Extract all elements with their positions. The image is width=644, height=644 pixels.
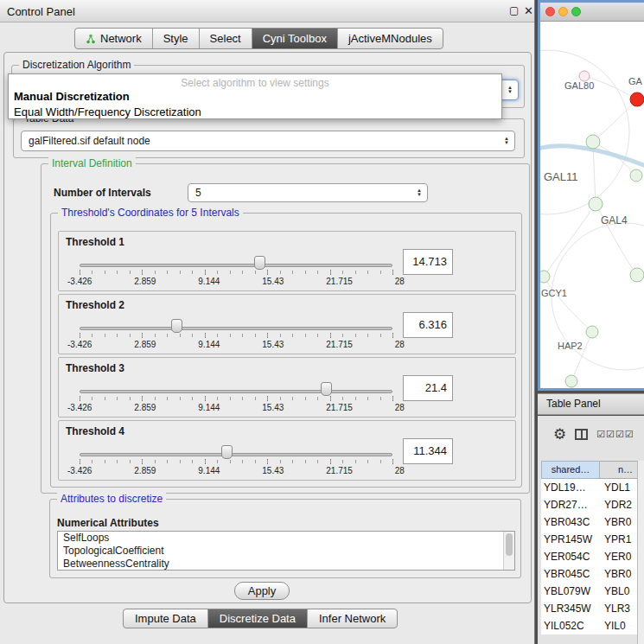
threshold-value-field[interactable]: 6.316	[403, 312, 453, 338]
network-canvas[interactable]: GAL80GAGAL11GAL4GCY1HAP2	[540, 22, 644, 388]
slider-minor-ticks	[80, 460, 393, 463]
tab-jactivemnodules[interactable]: jActiveMNodules	[338, 29, 443, 48]
zoom-traffic-light-icon[interactable]	[571, 7, 581, 16]
minimize-traffic-light-icon[interactable]	[558, 7, 568, 16]
scale-label: 2.859	[134, 340, 156, 349]
network-node[interactable]	[630, 268, 644, 282]
threshold-value-field[interactable]: 11.344	[403, 438, 453, 464]
threshold-value-field[interactable]: 21.4	[403, 375, 453, 401]
number-of-intervals-combobox[interactable]: 5 ▲▼	[188, 183, 428, 202]
apply-button[interactable]: Apply	[234, 582, 290, 600]
network-node[interactable]	[540, 271, 550, 283]
threshold-panel: Threshold 4 -3.4262.8599.14415.4321.7152…	[58, 420, 516, 481]
scale-label: -3.426	[67, 403, 92, 412]
threshold-panel: Threshold 2 -3.4262.8599.14415.4321.7152…	[58, 294, 516, 354]
cyni-mode-tabs: Impute Data Discretize Data Infer Networ…	[123, 609, 398, 628]
threshold-slider-track[interactable]	[80, 453, 392, 456]
group-legend: Attributes to discretize	[57, 493, 166, 505]
table-data-combobox[interactable]: galFiltered.sif default node ▲▼	[21, 131, 515, 151]
scale-label: 15.43	[262, 277, 284, 286]
table-row[interactable]: YDR27…YDR2	[541, 496, 644, 513]
tab-network[interactable]: Network	[75, 29, 153, 48]
scrollbar-thumb[interactable]	[506, 533, 513, 556]
gear-icon[interactable]: ⚙	[553, 425, 566, 443]
scale-label: 9.144	[198, 340, 220, 349]
interval-definition-group: Interval Definition Number of Intervals …	[41, 163, 530, 494]
threshold-label: Threshold 4	[66, 425, 124, 437]
table-panel-title: Table Panel	[546, 398, 601, 410]
table-cell: YBR043C	[541, 513, 600, 531]
threshold-slider-thumb[interactable]	[221, 445, 233, 459]
control-panel-titlebar[interactable]: Control Panel ▢ ✕	[0, 0, 534, 22]
scale-label: 2.859	[134, 403, 156, 412]
slider-scale-labels: -3.4262.8599.14415.4321.71528	[67, 277, 405, 286]
network-node-label: GA	[628, 76, 643, 86]
algorithm-dropdown-popup: Select algorithm to view settings Manual…	[8, 73, 502, 119]
tab-select[interactable]: Select	[200, 29, 252, 48]
table-row[interactable]: YDL19…YDL1	[541, 479, 644, 496]
slider-minor-ticks	[80, 271, 393, 274]
network-node[interactable]	[586, 135, 600, 149]
columns-icon[interactable]	[575, 429, 588, 440]
network-window-titlebar[interactable]	[540, 3, 644, 22]
table-row[interactable]: YBR045CYBR0	[541, 565, 644, 583]
table-panel-titlebar[interactable]: Table Panel	[538, 393, 644, 415]
table-row[interactable]: YIL052CYIL0	[541, 617, 644, 634]
network-node[interactable]	[630, 169, 642, 182]
table-scrollbar[interactable]	[637, 461, 644, 644]
threshold-panel: Threshold 3 -3.4262.8599.14415.4321.7152…	[58, 357, 516, 418]
table-panel-toolbar: ⚙ ☑☑☑☑	[538, 421, 644, 447]
attribute-list-item[interactable]: TopologicalCoefficient	[58, 545, 514, 558]
close-traffic-light-icon[interactable]	[545, 7, 555, 16]
select-columns-checkbox-icons[interactable]: ☑☑☑☑	[596, 429, 634, 440]
tab-discretize-data[interactable]: Discretize Data	[208, 609, 308, 628]
tab-label: jActiveMNodules	[348, 32, 432, 45]
column-header-shared-name[interactable]: shared…	[541, 461, 600, 479]
tab-label: Cyni Toolbox	[263, 32, 327, 45]
numerical-attributes-list[interactable]: SelfLoopsTopologicalCoefficientBetweenne…	[57, 531, 515, 571]
dropdown-option-manual-discretization[interactable]: Manual Discretization	[9, 89, 501, 105]
attribute-list-item[interactable]: BetweennessCentrality	[58, 558, 514, 571]
close-icon[interactable]: ✕	[524, 4, 533, 17]
threshold-slider-track[interactable]	[80, 327, 392, 330]
list-scrollbar[interactable]	[503, 532, 514, 570]
scale-label: -3.426	[67, 466, 92, 475]
scale-label: 2.859	[134, 466, 156, 475]
combobox-arrows-icon: ▲▼	[504, 131, 509, 150]
dropdown-option-equal-width-frequency[interactable]: Equal Width/Frequency Discretization	[9, 105, 501, 120]
threshold-slider-thumb[interactable]	[321, 382, 332, 396]
slider-scale-labels: -3.4262.8599.14415.4321.71528	[67, 403, 405, 412]
group-legend: Threshold's Coordinates for 5 Intervals	[58, 207, 243, 219]
slider-minor-ticks	[80, 334, 393, 337]
window-title: Control Panel	[7, 5, 75, 18]
table-row[interactable]: YER054CYER0	[541, 548, 644, 565]
table-row[interactable]: YBL079WYBL0	[541, 583, 644, 600]
network-node[interactable]	[589, 197, 603, 211]
network-node[interactable]	[586, 326, 598, 338]
table-row[interactable]: YBR043CYBR0	[541, 513, 644, 531]
float-window-icon[interactable]: ▢	[509, 4, 519, 16]
scale-label: 21.715	[326, 403, 353, 412]
threshold-slider-thumb[interactable]	[171, 319, 182, 333]
tab-infer-network[interactable]: Infer Network	[308, 609, 397, 628]
threshold-slider-thumb[interactable]	[254, 256, 265, 270]
tab-cyni-toolbox[interactable]: Cyni Toolbox	[252, 29, 338, 48]
scale-label: 15.43	[262, 466, 284, 475]
threshold-slider-track[interactable]	[80, 390, 392, 393]
dropdown-placeholder-item: Select algorithm to view settings	[9, 74, 501, 89]
tab-impute-data[interactable]: Impute Data	[124, 609, 208, 628]
tab-label: Style	[163, 32, 188, 45]
combobox-value: galFiltered.sif default node	[29, 135, 150, 147]
threshold-value-field[interactable]: 14.713	[403, 249, 453, 275]
table-row[interactable]: YPR145WYPR1	[541, 531, 644, 548]
tab-style[interactable]: Style	[153, 29, 200, 48]
tab-label: Network	[100, 32, 142, 45]
threshold-slider-track[interactable]	[80, 264, 392, 267]
attribute-list-item[interactable]: SelfLoops	[58, 532, 514, 545]
network-node[interactable]	[630, 92, 644, 106]
network-node[interactable]	[565, 375, 577, 387]
table-rows: YDL19…YDL1YDR27…YDR2YBR043CYBR0YPR145WYP…	[541, 479, 644, 634]
highlighted-edge	[540, 146, 644, 169]
table-row[interactable]: YLR345WYLR3	[541, 600, 644, 617]
scale-label: 2.859	[134, 277, 156, 286]
